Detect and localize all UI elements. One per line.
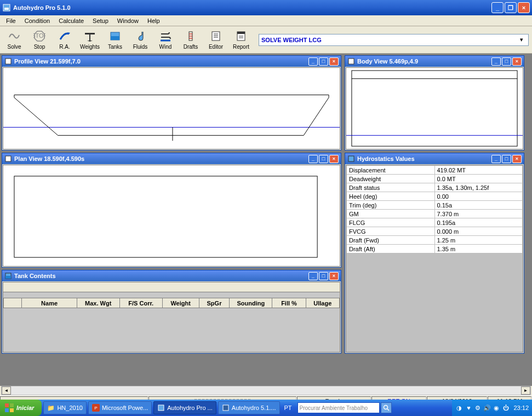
hydrostatics-body: Displacement419.02 MTDeadweight0.0 MTDra… [346, 165, 523, 353]
tray-icon[interactable]: ◉ [493, 404, 500, 412]
child-minimize-button[interactable]: _ [308, 272, 318, 280]
svg-text:STOP: STOP [33, 32, 45, 39]
profile-view-window[interactable]: Profile View 21.599f,7.0 _ □ × [2, 55, 341, 151]
hydro-row: Heel (deg)0.00 [347, 192, 523, 201]
hydrostatics-titlebar[interactable]: Hydrostatics Values _ □ × [345, 153, 524, 164]
weights-button[interactable]: Weights [79, 28, 101, 52]
svg-rect-36 [5, 408, 9, 412]
svg-rect-9 [111, 36, 119, 40]
window-close-button[interactable]: × [518, 2, 530, 13]
taskbar-item-autohydro5[interactable]: Autohydro 5.1.... [218, 401, 280, 414]
menu-file[interactable]: File [2, 16, 20, 25]
child-close-button[interactable]: × [512, 57, 522, 66]
drafts-button[interactable]: Drafts [180, 28, 202, 52]
svg-rect-5 [85, 33, 95, 34]
language-indicator[interactable]: PT [282, 402, 295, 413]
fluids-icon [134, 30, 147, 43]
body-view-titlebar[interactable]: Body View 5.469p,4.9 _ □ × [345, 56, 524, 67]
plan-view-canvas[interactable] [3, 165, 340, 267]
tray-icon[interactable]: 🔊 [483, 404, 491, 412]
child-minimize-button[interactable]: _ [308, 155, 318, 163]
wind-button[interactable]: Wind [155, 28, 176, 52]
tray-icon[interactable]: ⏻ [502, 404, 510, 412]
ra-button[interactable]: R.A. [54, 28, 76, 52]
command-combobox[interactable]: SOLVE WEIGHT LCG ▾ [259, 34, 529, 46]
hydro-label: FLCG [347, 218, 435, 227]
taskbar-item-autohydro-pro[interactable]: Autohydro Pro ... [153, 401, 216, 414]
horizontal-scrollbar[interactable]: ◄ ► [1, 386, 531, 395]
window-icon [4, 155, 12, 163]
child-minimize-button[interactable]: _ [308, 57, 318, 66]
window-minimize-button[interactable]: _ [491, 2, 504, 13]
tank-column-header[interactable]: Name [22, 298, 77, 308]
system-tray[interactable]: ◑ ♥ ⚙ 🔊 ◉ ⏻ 23:12 [452, 400, 532, 416]
tank-column-header[interactable]: Fill % [272, 298, 306, 308]
hydro-label: Trim (deg) [347, 201, 435, 210]
stop-icon: STOP [33, 30, 46, 43]
hydro-label: Draft (Fwd) [347, 236, 435, 245]
child-close-button[interactable]: × [329, 272, 339, 280]
tank-contents-titlebar[interactable]: Tank Contents _ □ × [2, 270, 341, 281]
plan-view-window[interactable]: Plan View 18.590f,4.590s _ □ × [2, 153, 341, 268]
tanks-button[interactable]: Tanks [104, 28, 126, 52]
child-close-button[interactable]: × [329, 155, 339, 163]
desktop-search-button[interactable] [381, 402, 392, 413]
tank-column-header[interactable]: Max. Wgt [77, 298, 119, 308]
editor-button[interactable]: Editor [205, 28, 227, 52]
child-minimize-button[interactable]: _ [491, 155, 501, 163]
taskbar-item-folder[interactable]: 📁HN_2010 [43, 401, 86, 414]
plan-view-titlebar[interactable]: Plan View 18.590f,4.590s _ □ × [2, 153, 341, 164]
tank-column-header[interactable]: Weight [162, 298, 199, 308]
profile-view-canvas[interactable] [3, 67, 340, 149]
tank-column-header[interactable] [4, 298, 22, 308]
fluids-button[interactable]: Fluids [129, 28, 151, 52]
tank-contents-window[interactable]: Tank Contents _ □ × NameMax. WgtF/S Corr… [2, 270, 341, 354]
child-maximize-button[interactable]: □ [319, 155, 328, 163]
hydro-value: 0.00 [434, 192, 523, 201]
profile-view-titlebar[interactable]: Profile View 21.599f,7.0 _ □ × [2, 56, 341, 67]
dropdown-icon[interactable]: ▾ [517, 36, 526, 43]
hydrostatics-title: Hydrostatics Values [357, 155, 491, 162]
scrollbar-track[interactable] [11, 386, 521, 395]
menu-condition[interactable]: Condition [21, 16, 54, 25]
menu-setup[interactable]: Setup [89, 16, 112, 25]
tank-column-header[interactable]: SpGr [199, 298, 230, 308]
body-view-canvas[interactable] [346, 67, 523, 149]
tank-column-header[interactable]: Sounding [230, 298, 272, 308]
child-maximize-button[interactable]: □ [319, 57, 328, 66]
stop-button[interactable]: STOPStop [28, 28, 50, 52]
svg-rect-31 [348, 156, 354, 161]
child-maximize-button[interactable]: □ [502, 57, 511, 66]
tray-clock[interactable]: 23:12 [513, 405, 529, 411]
desktop-search-input[interactable]: Procurar Ambiente Trabalho [298, 402, 380, 413]
app-icon [2, 3, 11, 12]
scroll-right-button[interactable]: ► [521, 386, 530, 395]
tray-icon[interactable]: ⚙ [474, 404, 482, 412]
window-restore-button[interactable]: ❐ [505, 2, 517, 13]
tray-icon[interactable]: ◑ [455, 404, 463, 412]
tank-column-header[interactable]: F/S Corr. [119, 298, 162, 308]
menu-help[interactable]: Help [144, 16, 164, 25]
child-close-button[interactable]: × [329, 57, 339, 66]
hydro-value: 1.35 m [434, 245, 523, 253]
child-minimize-button[interactable]: _ [491, 57, 501, 66]
menu-window[interactable]: Window [113, 16, 142, 25]
window-icon [4, 272, 12, 280]
tray-icon[interactable]: ♥ [465, 404, 472, 412]
body-view-window[interactable]: Body View 5.469p,4.9 _ □ × [345, 55, 524, 151]
report-button[interactable]: Report [230, 28, 252, 52]
child-close-button[interactable]: × [512, 155, 522, 163]
tank-tab-bar[interactable] [3, 282, 340, 292]
start-button[interactable]: Iniciar [0, 400, 42, 416]
tank-column-header[interactable]: Ullage [306, 298, 339, 308]
app-icon [222, 404, 230, 412]
hydrostatics-window[interactable]: Hydrostatics Values _ □ × Displacement41… [345, 153, 524, 354]
child-maximize-button[interactable]: □ [319, 272, 328, 280]
child-maximize-button[interactable]: □ [502, 155, 511, 163]
drafts-icon [184, 30, 197, 43]
solve-button[interactable]: Solve [3, 28, 25, 52]
scroll-left-button[interactable]: ◄ [2, 386, 11, 395]
taskbar-item-powerpoint[interactable]: PMicrosoft Powe... [88, 401, 152, 414]
menu-calculate[interactable]: Calculate [55, 16, 88, 25]
hydro-row: Trim (deg)0.15a [347, 201, 523, 210]
